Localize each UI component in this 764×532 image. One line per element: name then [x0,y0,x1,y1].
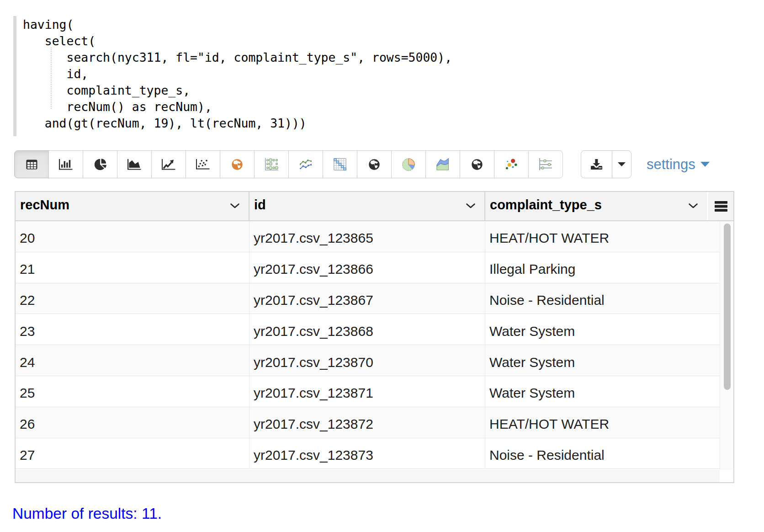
table-cell[interactable]: 20 [16,221,249,252]
download-options-button[interactable] [612,150,631,178]
column-header-recNum[interactable]: recNum [16,192,249,220]
table-cell[interactable]: Illegal Parking [485,252,720,283]
table-row: 21yr2017.csv_123866Illegal Parking [16,252,720,283]
viz-area-pastel-button[interactable] [425,150,460,178]
grid-menu-icon [715,201,727,212]
table-cell[interactable]: Noise - Residential [485,283,720,314]
viz-table-button[interactable] [14,150,49,178]
viz-pie-pastel-button[interactable] [391,150,426,178]
code-gutter-bar [13,16,16,136]
table-cell[interactable]: yr2017.csv_123865 [249,221,485,252]
globe-icon [369,159,380,170]
scrollbar-corner [720,470,733,482]
table-row: 27yr2017.csv_123873Noise - Residential [16,438,720,469]
table-cell[interactable]: 26 [16,407,249,438]
colored-scatter-icon [505,159,518,170]
area-chart-icon [127,159,141,170]
viz-bubble-grid-button[interactable] [254,150,289,178]
grid-menu-button[interactable] [708,192,733,220]
viz-globe-dark-button[interactable] [357,150,392,178]
column-header-label: recNum [20,197,69,213]
settings-link[interactable]: settings [647,150,710,178]
table-cell[interactable]: 25 [16,376,249,407]
bubble-grid-icon [265,158,279,170]
column-menu-chevron-icon [689,203,698,208]
table-row: 20yr2017.csv_123865HEAT/HOT WATER [16,221,720,252]
table-row: 22yr2017.csv_123867Noise - Residential [16,283,720,314]
pastel-area-chart-icon [436,158,449,170]
table-row: 25yr2017.csv_123871Water System [16,376,720,407]
globe-icon [472,159,483,170]
table-cell[interactable]: 21 [16,252,249,283]
table-header-row: recNum id complaint_type_s [16,192,733,221]
sliders-icon [539,158,552,170]
table-cell[interactable]: yr2017.csv_123871 [249,376,485,407]
table-cell[interactable]: yr2017.csv_123873 [249,438,485,469]
vertical-scrollbar-thumb[interactable] [724,223,731,390]
table-cell[interactable]: yr2017.csv_123867 [249,283,485,314]
column-header-complaint_type_s[interactable]: complaint_type_s [485,192,707,220]
pie-chart-icon [94,159,106,170]
viz-button-group [14,150,563,178]
settings-label: settings [647,156,695,173]
viz-globe-dark-button[interactable] [460,150,494,178]
multi-line-chart-icon [300,160,312,169]
table-cell[interactable]: 22 [16,283,249,314]
caret-down-icon [618,162,626,166]
viz-multi-line-button[interactable] [288,150,323,178]
table-cell[interactable]: yr2017.csv_123872 [249,407,485,438]
table-cell[interactable]: 23 [16,314,249,345]
table-rows: 20yr2017.csv_123865HEAT/HOT WATER21yr201… [16,221,720,470]
table-row: 24yr2017.csv_123870Water System [16,345,720,376]
column-header-label: complaint_type_s [490,197,602,213]
result-table: recNum id complaint_type_s 20yr2017.csv_… [15,191,734,483]
table-cell[interactable]: Noise - Residential [485,438,720,469]
download-icon [591,159,603,170]
table-cell[interactable]: yr2017.csv_123868 [249,314,485,345]
viz-heatmap-button[interactable] [323,150,357,178]
horizontal-scrollbar[interactable] [16,470,720,482]
scatter-chart-icon [196,159,210,170]
table-cell[interactable]: 24 [16,345,249,376]
table-row: 26yr2017.csv_123872HEAT/HOT WATER [16,407,720,438]
viz-pie-chart-button[interactable] [83,150,117,178]
column-menu-chevron-icon [230,203,239,208]
viz-bar-chart-button[interactable] [48,150,83,178]
code-text[interactable]: having( select( search(nyc311, fl="id, c… [23,16,452,132]
viz-line-chart-button[interactable] [151,150,186,178]
table-icon [26,160,37,170]
table-cell[interactable]: Water System [485,345,720,376]
table-row: 23yr2017.csv_123868Water System [16,314,720,345]
table-cell[interactable]: Water System [485,314,720,345]
map-globe-icon [232,159,243,170]
table-cell[interactable]: 27 [16,438,249,469]
table-cell[interactable]: yr2017.csv_123870 [249,345,485,376]
viz-scatter-chart-button[interactable] [186,150,220,178]
table-cell[interactable]: yr2017.csv_123866 [249,252,485,283]
table-body: 20yr2017.csv_123865HEAT/HOT WATER21yr201… [16,221,733,470]
column-menu-chevron-icon [466,203,475,208]
bar-chart-icon [59,159,73,170]
line-chart-icon [162,159,175,170]
column-header-id[interactable]: id [249,192,485,220]
viz-area-chart-button[interactable] [117,150,152,178]
download-button-group [581,150,631,178]
table-footer [16,470,733,482]
table-cell[interactable]: Water System [485,376,720,407]
viz-sliders-button[interactable] [528,150,563,178]
table-cell[interactable]: HEAT/HOT WATER [485,407,720,438]
viz-scatter-color-button[interactable] [494,150,529,178]
download-button[interactable] [581,150,612,178]
heatmap-icon [334,158,346,170]
results-count: Number of results: 11. [12,505,162,522]
pastel-pie-chart-icon [402,158,415,171]
column-header-label: id [254,197,266,213]
table-cell[interactable]: HEAT/HOT WATER [485,221,720,252]
settings-caret-icon [700,162,710,167]
indent-guide [51,48,52,109]
vertical-scrollbar[interactable] [720,221,733,470]
viz-globe-orange-button[interactable] [220,150,255,178]
